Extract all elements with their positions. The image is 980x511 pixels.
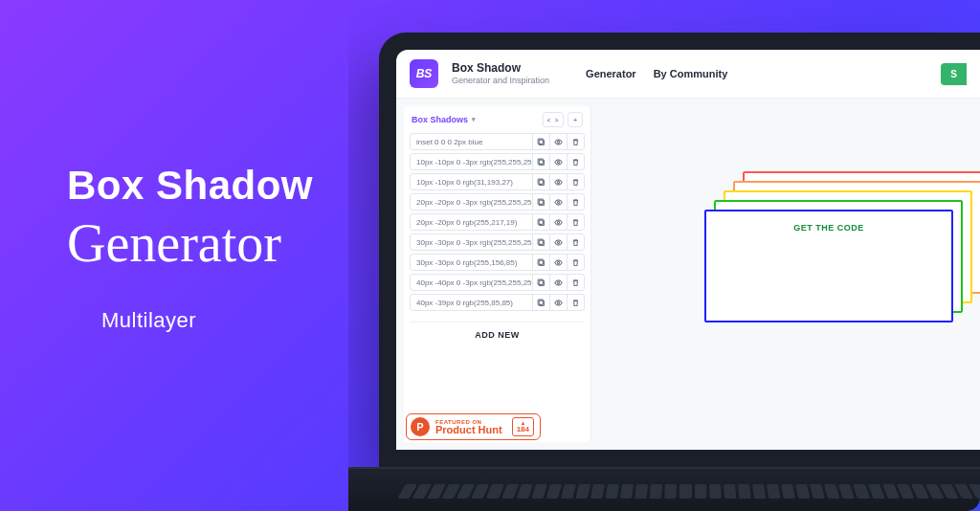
product-hunt-votes: ▲ 184: [512, 417, 534, 436]
visibility-icon[interactable]: [549, 134, 567, 149]
shadow-value[interactable]: 20px -20px 0 rgb(255,217,19): [411, 218, 532, 227]
product-hunt-name: Product Hunt: [435, 425, 502, 435]
visibility-icon[interactable]: [549, 214, 567, 230]
keyboard-key: [824, 484, 839, 499]
product-hunt-badge[interactable]: P FEATURED ON Product Hunt ▲ 184: [406, 413, 541, 440]
product-hunt-text: FEATURED ON Product Hunt: [435, 419, 502, 435]
add-new-button[interactable]: ADD NEW: [410, 322, 585, 347]
sidebar-header: Box Shadows ▾ < > +: [404, 106, 590, 133]
copy-icon[interactable]: [532, 194, 549, 210]
shadow-row: 10px -10px 0 rgb(31,193,27): [410, 173, 585, 190]
svg-point-23: [557, 281, 559, 283]
copy-icon[interactable]: [532, 154, 549, 169]
delete-icon[interactable]: [567, 134, 584, 149]
svg-point-20: [557, 261, 559, 263]
shadow-value[interactable]: inset 0 0 0 2px blue: [411, 138, 532, 146]
keyboard-key: [795, 484, 811, 499]
delete-icon[interactable]: [567, 174, 584, 189]
app-subtitle: Generator and Inspiration: [452, 76, 549, 86]
svg-point-2: [557, 141, 559, 143]
code-toggle-button[interactable]: < >: [543, 112, 564, 127]
copy-icon[interactable]: [532, 174, 549, 189]
shadow-list: inset 0 0 0 2px blue10px -10px 0 -3px rg…: [404, 133, 590, 314]
keyboard-key: [810, 484, 825, 499]
chevron-down-icon: ▾: [472, 116, 476, 123]
shadow-value[interactable]: 20px -20px 0 -3px rgb(255,255,255): [411, 198, 532, 207]
save-button[interactable]: S: [941, 63, 967, 85]
laptop-keyboard: [397, 484, 980, 499]
sidebar-toolbar: < > +: [543, 112, 583, 127]
promo-subtitle: Multilayer: [101, 308, 354, 333]
keyboard-key: [679, 484, 691, 499]
app-titles: Box Shadow Generator and Inspiration: [452, 61, 549, 85]
delete-icon[interactable]: [567, 194, 584, 210]
delete-icon[interactable]: [567, 154, 584, 169]
visibility-icon[interactable]: [549, 194, 567, 210]
keyboard-key: [590, 484, 605, 499]
keyboard-key: [724, 484, 736, 499]
keyboard-key: [516, 484, 532, 499]
keyboard-key: [695, 484, 706, 499]
shadow-value[interactable]: 30px -30px 0 -3px rgb(255,255,255): [411, 238, 532, 247]
visibility-icon[interactable]: [549, 234, 567, 250]
nav-generator[interactable]: Generator: [586, 68, 636, 79]
keyboard-key: [650, 484, 662, 499]
copy-icon[interactable]: [532, 214, 549, 230]
delete-icon[interactable]: [567, 214, 584, 230]
delete-icon[interactable]: [567, 275, 584, 290]
copy-icon[interactable]: [532, 275, 549, 290]
nav-community[interactable]: By Community: [654, 68, 728, 79]
copy-icon[interactable]: [532, 234, 549, 250]
keyboard-key: [709, 484, 722, 499]
shadow-row: inset 0 0 0 2px blue: [410, 133, 585, 150]
shadow-value[interactable]: 40px -40px 0 -3px rgb(255,255,255): [411, 278, 532, 287]
preview-canvas: GET THE CODE: [599, 99, 980, 450]
shadow-value[interactable]: 10px -10px 0 rgb(31,193,27): [411, 178, 532, 187]
app-body: Box Shadows ▾ < > + inset 0 0 0 2px blue…: [396, 99, 980, 450]
copy-icon[interactable]: [532, 134, 549, 149]
keyboard-key: [853, 484, 869, 499]
shadow-value[interactable]: 30px -30px 0 rgb(255,156,85): [411, 258, 532, 267]
visibility-icon[interactable]: [549, 275, 567, 290]
visibility-icon[interactable]: [549, 174, 567, 189]
app-logo: BS: [410, 59, 438, 88]
shadow-row: 10px -10px 0 -3px rgb(255,255,255): [410, 153, 585, 170]
app-title: Box Shadow: [452, 61, 549, 75]
keyboard-key: [486, 484, 503, 499]
app-header: BS Box Shadow Generator and Inspiration …: [396, 50, 980, 99]
keyboard-key: [575, 484, 590, 499]
promo-script: Generator: [67, 212, 354, 274]
shadow-value[interactable]: 40px -39px 0 rgb(255,85,85): [411, 299, 532, 307]
svg-point-26: [557, 301, 559, 303]
visibility-icon[interactable]: [549, 154, 567, 169]
shadow-value[interactable]: 10px -10px 0 -3px rgb(255,255,255): [411, 158, 532, 167]
keyboard-key: [738, 484, 751, 499]
get-code-button[interactable]: GET THE CODE: [704, 171, 953, 284]
keyboard-key: [531, 484, 547, 499]
keyboard-key: [546, 484, 561, 499]
keyboard-key: [620, 484, 634, 499]
svg-point-17: [557, 241, 559, 243]
keyboard-key: [561, 484, 576, 499]
shadow-row: 20px -20px 0 -3px rgb(255,255,255): [410, 193, 585, 211]
sidebar-title-text: Box Shadows: [412, 115, 468, 124]
sidebar-title[interactable]: Box Shadows ▾: [412, 115, 476, 124]
preview-stack: GET THE CODE: [704, 171, 963, 301]
laptop-screen-frame: BS Box Shadow Generator and Inspiration …: [379, 33, 980, 467]
keyboard-key: [501, 484, 519, 499]
visibility-icon[interactable]: [549, 255, 567, 270]
copy-icon[interactable]: [532, 295, 549, 310]
shadow-row: 40px -39px 0 rgb(255,85,85): [410, 294, 585, 311]
svg-point-14: [557, 221, 559, 223]
copy-icon[interactable]: [532, 255, 549, 270]
svg-point-5: [557, 161, 559, 163]
delete-icon[interactable]: [567, 255, 584, 270]
delete-icon[interactable]: [567, 234, 584, 250]
visibility-icon[interactable]: [549, 295, 567, 310]
delete-icon[interactable]: [567, 295, 584, 310]
add-button[interactable]: +: [568, 112, 583, 127]
keyboard-key: [868, 484, 885, 499]
shadows-sidebar: Box Shadows ▾ < > + inset 0 0 0 2px blue…: [404, 106, 591, 442]
keyboard-key: [838, 484, 855, 499]
svg-point-11: [557, 201, 559, 203]
